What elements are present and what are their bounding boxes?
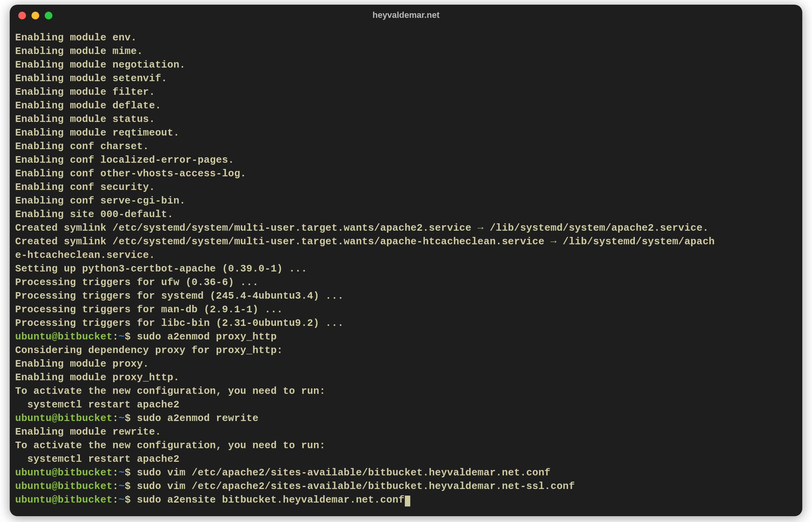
terminal-output-line: Enabling conf localized-error-pages. [15,153,797,167]
terminal-output-line: Enabling module mime. [15,45,797,58]
prompt-command: sudo a2ensite bitbucket.heyvaldemar.net.… [137,494,404,506]
terminal-output-line: Enabling module reqtimeout. [15,126,797,140]
terminal-output-line: Enabling site 000-default. [15,208,797,221]
terminal-output-line: Setting up python3-certbot-apache (0.39.… [15,262,797,276]
prompt-symbol: $ [125,331,137,343]
terminal-output-line: Enabling module rewrite. [15,425,797,439]
terminal-prompt-line: ubuntu@bitbucket:~$ sudo a2ensite bitbuc… [15,493,797,507]
terminal-prompt-line: ubuntu@bitbucket:~$ sudo a2enmod proxy_h… [15,330,797,344]
prompt-symbol: $ [125,413,137,424]
prompt-user-host: ubuntu@bitbucket [15,467,113,478]
prompt-path: ~ [118,331,125,343]
prompt-separator: : [113,494,119,506]
terminal-output-line: Enabling conf charset. [15,140,797,153]
terminal-output-line: Enabling module status. [15,113,797,126]
terminal-output-line: Enabling module setenvif. [15,72,797,85]
terminal-output-line: Enabling conf other-vhosts-access-log. [15,167,797,181]
prompt-separator: : [113,467,119,478]
terminal-output-line: To activate the new configuration, you n… [15,385,797,398]
terminal-body[interactable]: Enabling module env.Enabling module mime… [10,25,802,512]
prompt-separator: : [113,413,119,424]
prompt-symbol: $ [125,467,137,478]
terminal-output-line: Processing triggers for man-db (2.9.1-1)… [15,303,797,317]
prompt-user-host: ubuntu@bitbucket [15,494,113,506]
prompt-command: sudo vim /etc/apache2/sites-available/bi… [137,481,575,492]
terminal-output-line: Enabling module proxy. [15,357,797,371]
prompt-path: ~ [118,481,125,492]
terminal-prompt-line: ubuntu@bitbucket:~$ sudo vim /etc/apache… [15,466,797,480]
terminal-output-line: Enabling module negotiation. [15,58,797,72]
terminal-output-line: Enabling module proxy_http. [15,371,797,385]
titlebar: heyvaldemar.net [10,5,802,25]
terminal-output-line: Created symlink /etc/systemd/system/mult… [15,221,797,235]
prompt-path: ~ [118,413,125,424]
terminal-output-line: To activate the new configuration, you n… [15,439,797,452]
cursor-icon [405,496,410,506]
terminal-prompt-line: ubuntu@bitbucket:~$ sudo a2enmod rewrite [15,412,797,425]
prompt-separator: : [113,331,119,343]
terminal-prompt-line: ubuntu@bitbucket:~$ sudo vim /etc/apache… [15,480,797,493]
terminal-output-line: Processing triggers for ufw (0.36-6) ... [15,276,797,289]
terminal-window: heyvaldemar.net Enabling module env.Enab… [10,5,802,516]
terminal-output-line: systemctl restart apache2 [15,398,797,412]
window-title: heyvaldemar.net [10,10,802,20]
prompt-path: ~ [118,467,125,478]
prompt-path: ~ [118,494,125,506]
prompt-separator: : [113,481,119,492]
terminal-output-line: e-htcacheclean.service. [15,249,797,262]
terminal-output-line: Processing triggers for systemd (245.4-4… [15,289,797,303]
prompt-command: sudo vim /etc/apache2/sites-available/bi… [137,467,551,478]
terminal-output-line: Enabling module deflate. [15,99,797,113]
prompt-symbol: $ [125,481,137,492]
prompt-command: sudo a2enmod rewrite [137,413,258,424]
terminal-output-line: Processing triggers for libc-bin (2.31-0… [15,317,797,330]
prompt-user-host: ubuntu@bitbucket [15,331,113,343]
prompt-user-host: ubuntu@bitbucket [15,413,113,424]
terminal-output-line: systemctl restart apache2 [15,452,797,466]
prompt-command: sudo a2enmod proxy_http [137,331,277,343]
terminal-output-line: Enabling conf security. [15,181,797,194]
prompt-user-host: ubuntu@bitbucket [15,481,113,492]
terminal-output-line: Enabling conf serve-cgi-bin. [15,194,797,208]
terminal-output-line: Created symlink /etc/systemd/system/mult… [15,235,797,249]
terminal-output-line: Enabling module env. [15,31,797,45]
terminal-output-line: Enabling module filter. [15,85,797,99]
terminal-output-line: Considering dependency proxy for proxy_h… [15,344,797,357]
prompt-symbol: $ [125,494,137,506]
